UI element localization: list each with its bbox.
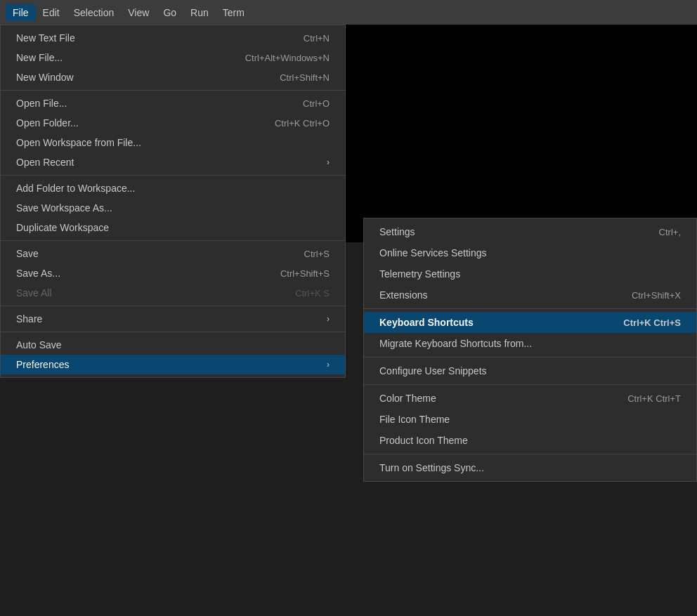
submenu-item-extensions[interactable]: Extensions Ctrl+Shift+X [364,284,696,306]
menu-item-label: Save As... [16,268,60,279]
menu-item-save-workspace-as[interactable]: Save Workspace As... [1,198,345,218]
menu-item-label: Save All [16,287,52,299]
arrow-icon: › [327,360,330,369]
submenu-item-migrate-shortcuts[interactable]: Migrate Keyboard Shortcuts from... [364,333,696,354]
menu-item-label: Add Folder to Workspace... [16,183,135,194]
menubar-item-term[interactable]: Term [216,4,252,21]
menu-item-open-file[interactable]: Open File... Ctrl+O [1,93,345,113]
separator [1,240,345,241]
menu-item-label: Save Workspace As... [16,202,112,214]
separator [364,384,696,385]
submenu-item-label: Color Theme [379,393,436,404]
menu-item-label: Open File... [16,98,67,109]
menubar-item-go[interactable]: Go [156,4,183,21]
submenu-item-keyboard-shortcuts[interactable]: Keyboard Shortcuts Ctrl+K Ctrl+S [364,312,696,333]
menu-item-open-folder[interactable]: Open Folder... Ctrl+K Ctrl+O [1,113,345,133]
submenu-item-settings[interactable]: Settings Ctrl+, [364,221,696,242]
separator [1,175,345,176]
menu-item-label: New File... [16,52,63,63]
submenu-item-color-theme[interactable]: Color Theme Ctrl+K Ctrl+T [364,388,696,409]
menu-item-shortcut: Ctrl+Alt+Windows+N [245,53,330,63]
separator [364,454,696,454]
submenu-item-shortcut: Ctrl+K Ctrl+T [627,393,681,404]
menu-item-shortcut: Ctrl+Shift+N [280,72,330,83]
menubar: File Edit Selection View Go Run Term [0,0,697,25]
submenu-item-label: Telemetry Settings [379,268,460,280]
menu-item-label: Open Workspace from File... [16,137,141,148]
submenu-item-shortcut: Ctrl+Shift+X [632,290,681,301]
submenu-item-user-snippets[interactable]: Configure User Snippets [364,360,696,381]
menubar-item-selection[interactable]: Selection [67,4,122,21]
preferences-submenu: Settings Ctrl+, Online Services Settings… [363,218,697,482]
submenu-item-label: Extensions [379,289,427,301]
menu-item-auto-save[interactable]: Auto Save [1,335,345,355]
menu-item-label: Preferences [16,359,69,370]
menubar-item-run[interactable]: Run [183,4,216,21]
menu-item-save[interactable]: Save Ctrl+S [1,244,345,263]
menu-item-label: Open Folder... [16,117,79,129]
menu-item-new-file[interactable]: New File... Ctrl+Alt+Windows+N [1,48,345,67]
menu-item-save-as[interactable]: Save As... Ctrl+Shift+S [1,263,345,283]
submenu-item-label: Online Services Settings [379,247,487,258]
submenu-item-label: Keyboard Shortcuts [379,317,474,328]
menu-item-new-window[interactable]: New Window Ctrl+Shift+N [1,67,345,87]
separator [1,306,345,306]
menu-item-save-all: Save All Ctrl+K S [1,283,345,303]
menu-item-open-recent[interactable]: Open Recent › [1,152,345,172]
submenu-item-label: Product Icon Theme [379,435,468,446]
submenu-item-label: Migrate Keyboard Shortcuts from... [379,338,532,349]
menu-item-preferences[interactable]: Preferences › [1,355,345,374]
menu-item-share[interactable]: Share › [1,309,345,329]
menu-item-shortcut: Ctrl+S [304,249,330,259]
menubar-item-view[interactable]: View [121,4,156,21]
menu-item-open-workspace[interactable]: Open Workspace from File... [1,133,345,152]
arrow-icon: › [327,314,330,324]
submenu-item-file-icon-theme[interactable]: File Icon Theme [364,409,696,430]
submenu-item-label: Configure User Snippets [379,365,487,376]
separator [1,90,345,91]
separator [1,332,345,332]
menu-item-add-folder[interactable]: Add Folder to Workspace... [1,178,345,198]
menubar-item-file[interactable]: File [6,4,36,21]
menu-item-label: Save [16,248,39,259]
separator [364,308,696,309]
menu-item-duplicate-workspace[interactable]: Duplicate Workspace [1,218,345,237]
menu-item-label: New Window [16,72,74,83]
submenu-item-product-icon-theme[interactable]: Product Icon Theme [364,430,696,451]
menu-item-new-text-file[interactable]: New Text File Ctrl+N [1,28,345,48]
menu-item-label: New Text File [16,32,75,44]
submenu-item-online-services[interactable]: Online Services Settings [364,242,696,263]
menu-item-label: Duplicate Workspace [16,222,109,233]
separator [364,357,696,358]
menu-item-label: Share [16,313,42,325]
menu-item-shortcut: Ctrl+K S [295,288,330,299]
menubar-item-edit[interactable]: Edit [36,4,67,21]
submenu-item-label: File Icon Theme [379,414,450,425]
submenu-item-shortcut: Ctrl+K Ctrl+S [623,317,681,328]
menu-item-label: Open Recent [16,157,74,168]
submenu-item-label: Settings [379,226,415,237]
file-menu: New Text File Ctrl+N New File... Ctrl+Al… [0,25,346,378]
submenu-item-label: Turn on Settings Sync... [379,462,484,473]
submenu-item-shortcut: Ctrl+, [659,227,681,237]
menu-item-shortcut: Ctrl+N [304,33,330,44]
menu-item-shortcut: Ctrl+K Ctrl+O [275,118,330,129]
menu-item-shortcut: Ctrl+Shift+S [280,268,330,279]
arrow-icon: › [327,157,330,167]
menu-item-label: Auto Save [16,339,62,350]
submenu-item-telemetry[interactable]: Telemetry Settings [364,263,696,284]
submenu-item-settings-sync[interactable]: Turn on Settings Sync... [364,457,696,478]
editor-area [346,25,697,242]
menu-item-shortcut: Ctrl+O [303,98,330,109]
